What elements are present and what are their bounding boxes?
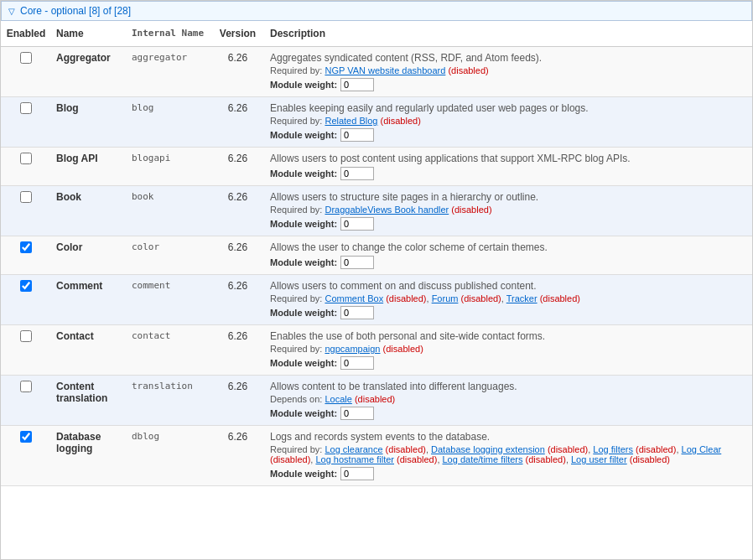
collapse-triangle[interactable]: ▽ (8, 7, 15, 16)
module-description: Enables keeping easily and regularly upd… (265, 97, 752, 148)
req-link[interactable]: Log hostname filter (315, 454, 394, 464)
weight-row: Module weight: (270, 217, 747, 231)
weight-label: Module weight: (270, 358, 337, 368)
disabled-label: (disabled) (630, 454, 670, 464)
module-name: Book (51, 186, 127, 236)
desc-req: Required by: DraggableViews Book handler… (270, 205, 747, 215)
module-version: 6.26 (210, 325, 265, 376)
module-internal-name: book (127, 186, 210, 236)
module-version: 6.26 (210, 47, 265, 97)
weight-row: Module weight: (270, 407, 747, 420)
weight-input-book[interactable] (340, 217, 374, 231)
req-link[interactable]: Locale (325, 394, 351, 404)
weight-row: Module weight: (270, 306, 747, 319)
table-row: Content translationtranslation6.26Allows… (1, 376, 752, 426)
module-checkbox-blogapi[interactable] (20, 153, 32, 164)
enabled-cell (1, 47, 51, 97)
req-link[interactable]: Related Blog (325, 116, 377, 126)
disabled-label: (disabled) (381, 116, 421, 126)
req-link[interactable]: Comment Box (325, 293, 383, 303)
weight-label: Module weight: (270, 130, 337, 140)
table-row: Database loggingdblog6.26Logs and record… (1, 426, 752, 486)
weight-input-dblog[interactable] (340, 467, 374, 480)
page-wrapper: ▽ Core - optional [8] of [28] Enabled Na… (0, 0, 753, 560)
desc-req: Required by: ngpcampaign (disabled) (270, 344, 747, 354)
enabled-cell (1, 186, 51, 236)
module-checkbox-comment[interactable] (20, 280, 32, 292)
desc-text: Allows users to structure site pages in … (270, 191, 747, 203)
weight-row: Module weight: (270, 78, 747, 91)
disabled-label: (disabled) (451, 205, 491, 215)
weight-row: Module weight: (270, 128, 747, 142)
req-link[interactable]: Database logging extension (431, 444, 545, 454)
module-name: Blog API (51, 148, 127, 186)
weight-input-blogapi[interactable] (340, 167, 374, 180)
enabled-cell (1, 376, 51, 426)
module-checkbox-dblog[interactable] (20, 431, 32, 443)
desc-text: Enables keeping easily and regularly upd… (270, 102, 747, 114)
desc-text: Allows users to comment on and discuss p… (270, 280, 747, 292)
disabled-label: (disabled) (383, 344, 423, 354)
weight-input-comment[interactable] (340, 306, 374, 319)
module-internal-name: blog (127, 97, 210, 148)
module-internal-name: comment (127, 275, 210, 325)
module-name: Contact (51, 325, 127, 376)
req-link[interactable]: Log Clear (682, 444, 722, 454)
module-internal-name: translation (127, 376, 210, 426)
module-checkbox-contact[interactable] (20, 330, 32, 342)
module-version: 6.26 (210, 97, 265, 148)
module-description: Enables the use of both personal and sit… (265, 325, 752, 376)
weight-label: Module weight: (270, 308, 337, 318)
module-checkbox-blog[interactable] (20, 102, 32, 114)
enabled-cell (1, 236, 51, 275)
module-version: 6.26 (210, 275, 265, 325)
req-link[interactable]: Log user filter (571, 454, 627, 464)
disabled-label: (disabled) (636, 444, 676, 454)
module-description: Allows content to be translated into dif… (265, 376, 752, 426)
desc-text: Allows users to post content using appli… (270, 153, 747, 164)
enabled-cell (1, 148, 51, 186)
req-link[interactable]: ngpcampaign (325, 344, 380, 354)
weight-label: Module weight: (270, 219, 337, 229)
req-link[interactable]: Log clearance (325, 444, 382, 454)
desc-text: Allows content to be translated into dif… (270, 381, 747, 392)
module-checkbox-color[interactable] (20, 241, 32, 253)
disabled-label: (disabled) (448, 65, 488, 75)
desc-req: Required by: Comment Box (disabled), For… (270, 293, 747, 303)
desc-req: Required by: NGP VAN website dashboard (… (270, 65, 747, 75)
module-checkbox-aggregator[interactable] (20, 52, 32, 64)
weight-input-contact[interactable] (340, 356, 374, 370)
weight-row: Module weight: (270, 167, 747, 180)
disabled-label: (disabled) (386, 293, 426, 303)
weight-input-blog[interactable] (340, 128, 374, 142)
req-link[interactable]: NGP VAN website dashboard (325, 65, 445, 75)
req-link[interactable]: Log date/time filters (443, 454, 523, 464)
req-link[interactable]: DraggableViews Book handler (325, 205, 449, 215)
weight-input-translation[interactable] (340, 407, 374, 420)
weight-row: Module weight: (270, 356, 747, 370)
weight-input-color[interactable] (340, 256, 374, 269)
req-link[interactable]: Log filters (593, 444, 633, 454)
col-description: Description (265, 21, 752, 47)
module-checkbox-book[interactable] (20, 191, 32, 203)
desc-req: Required by: Log clearance (disabled), D… (270, 444, 747, 464)
enabled-cell (1, 97, 51, 148)
module-description: Logs and records system events to the da… (265, 426, 752, 486)
table-header-row: Enabled Name Internal Name Version Descr… (1, 21, 752, 47)
enabled-cell (1, 325, 51, 376)
table-row: Colorcolor6.26Allows the user to change … (1, 236, 752, 275)
req-link[interactable]: Tracker (506, 293, 537, 303)
desc-text: Allows the user to change the color sche… (270, 241, 747, 253)
desc-text: Logs and records system events to the da… (270, 431, 747, 443)
disabled-label: (disabled) (386, 444, 426, 454)
disabled-label: (disabled) (548, 444, 588, 454)
req-link[interactable]: Forum (432, 293, 459, 303)
module-version: 6.26 (210, 426, 265, 486)
section-header: ▽ Core - optional [8] of [28] (1, 1, 752, 21)
module-version: 6.26 (210, 186, 265, 236)
weight-label: Module weight: (270, 408, 337, 418)
module-checkbox-translation[interactable] (20, 381, 32, 392)
weight-input-aggregator[interactable] (340, 78, 374, 91)
table-row: Aggregatoraggregator6.26Aggregates syndi… (1, 47, 752, 97)
module-internal-name: dblog (127, 426, 210, 486)
